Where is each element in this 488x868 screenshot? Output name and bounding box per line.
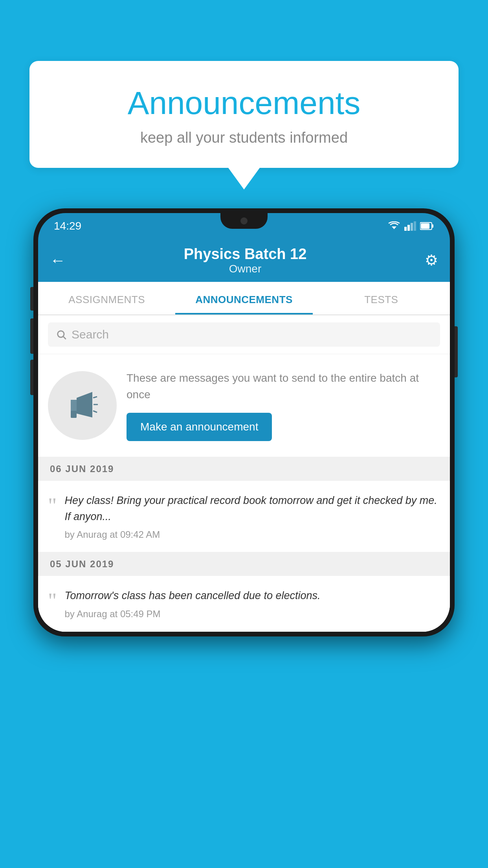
settings-icon[interactable]: ⚙ [425,252,438,269]
back-button[interactable]: ← [50,252,66,269]
announcement-item-2: " Tomorrow's class has been cancelled du… [38,576,450,632]
phone: 14:29 [33,208,455,636]
promo-text: These are messages you want to send to t… [127,370,440,403]
announcement-content-2: Tomorrow's class has been cancelled due … [64,588,440,620]
speech-bubble: Announcements keep all your students inf… [29,61,459,168]
svg-rect-1 [404,227,407,231]
megaphone-icon [65,388,100,423]
svg-rect-12 [71,411,77,418]
make-announcement-button[interactable]: Make an announcement [127,413,272,441]
svg-point-8 [58,331,64,337]
tab-announcements[interactable]: ANNOUNCEMENTS [175,294,312,314]
quote-icon-1: " [48,495,57,516]
svg-rect-4 [414,221,416,231]
announcement-text-1: Hey class! Bring your practical record b… [64,493,440,524]
app-bar-title: Physics Batch 12 [66,246,425,263]
content-area: Search [38,315,450,632]
announcement-meta-1: by Anurag at 09:42 AM [64,529,440,540]
promo-icon-circle [48,371,117,440]
search-bar: Search [38,315,450,354]
search-input-wrapper[interactable]: Search [48,322,440,347]
promo-right: These are messages you want to send to t… [127,370,440,441]
announcement-text-2: Tomorrow's class has been cancelled due … [64,588,440,604]
svg-rect-3 [411,223,413,231]
announcement-item-1: " Hey class! Bring your practical record… [38,481,450,552]
phone-inner: 14:29 [38,213,450,632]
signal-icon [404,221,416,231]
notch [220,213,268,229]
camera [240,217,248,224]
speech-bubble-subtitle: keep all your students informed [49,129,439,146]
speech-bubble-title: Announcements [49,85,439,121]
app-bar-subtitle: Owner [66,263,425,275]
svg-marker-11 [77,392,92,417]
tab-assignments[interactable]: ASSIGNMENTS [38,294,175,314]
svg-line-15 [93,411,97,412]
search-icon [56,329,67,340]
search-placeholder: Search [72,328,109,341]
status-time: 14:29 [54,220,81,232]
speech-bubble-tail [228,168,260,189]
wifi-icon [388,221,400,231]
tab-tests[interactable]: TESTS [313,294,450,314]
svg-rect-2 [407,225,410,231]
tabs-bar: ASSIGNMENTS ANNOUNCEMENTS TESTS [38,282,450,315]
phone-wrapper: 14:29 [33,208,455,868]
svg-line-9 [63,337,66,339]
svg-marker-0 [392,226,396,229]
status-icons [388,221,434,231]
quote-icon-2: " [48,590,57,611]
date-divider-2: 05 JUN 2019 [38,552,450,576]
promo-area: These are messages you want to send to t… [38,354,450,457]
battery-icon [420,222,434,230]
svg-marker-10 [71,400,77,412]
announcement-content-1: Hey class! Bring your practical record b… [64,493,440,540]
svg-rect-7 [421,223,429,229]
app-bar-title-area: Physics Batch 12 Owner [66,246,425,275]
svg-line-13 [93,397,97,398]
app-bar: ← Physics Batch 12 Owner ⚙ [38,239,450,282]
announcement-meta-2: by Anurag at 05:49 PM [64,609,440,620]
speech-bubble-container: Announcements keep all your students inf… [29,61,459,189]
svg-rect-6 [432,224,433,228]
status-bar: 14:29 [38,213,450,239]
date-divider-1: 06 JUN 2019 [38,457,450,481]
